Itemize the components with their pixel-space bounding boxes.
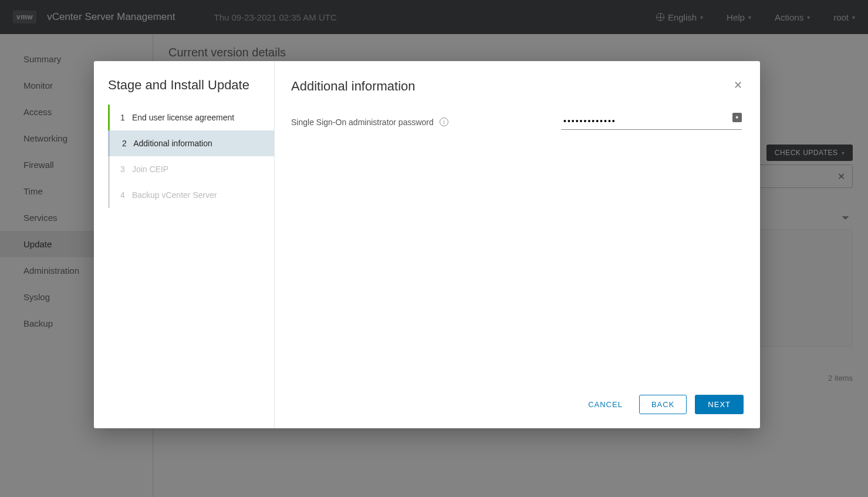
wizard-footer: CANCEL BACK NEXT — [291, 395, 744, 414]
step-number: 2 — [122, 139, 131, 148]
panel-header: Additional information ✕ — [291, 79, 744, 94]
stage-install-modal: Stage and Install Update 1 End user lice… — [94, 61, 760, 428]
password-input-wrap: ✦ — [561, 114, 742, 130]
wizard-step-join-ceip: 3 Join CEIP — [110, 156, 274, 182]
cancel-button[interactable]: CANCEL — [580, 395, 631, 414]
back-button[interactable]: BACK — [639, 395, 687, 414]
step-label: Backup vCenter Server — [132, 190, 217, 200]
field-label-text: Single Sign-On administrator password — [291, 117, 434, 127]
step-label: End user license agreement — [132, 113, 234, 122]
next-button[interactable]: NEXT — [695, 395, 744, 414]
close-icon[interactable]: ✕ — [732, 79, 744, 92]
wizard-steps: 1 End user license agreement 2 Additiona… — [108, 105, 274, 208]
wizard-title: Stage and Install Update — [94, 78, 274, 105]
password-manager-icon[interactable]: ✦ — [732, 113, 742, 122]
step-label: Additional information — [133, 139, 212, 148]
wizard-panel: Additional information ✕ Single Sign-On … — [275, 61, 760, 428]
info-icon[interactable]: i — [440, 117, 448, 126]
sso-password-input[interactable] — [561, 114, 742, 130]
sso-password-row: Single Sign-On administrator password i … — [291, 114, 744, 130]
step-number: 1 — [120, 113, 130, 122]
wizard-step-eula[interactable]: 1 End user license agreement — [110, 105, 274, 130]
panel-title: Additional information — [291, 79, 416, 94]
sso-password-label: Single Sign-On administrator password i — [291, 117, 561, 127]
step-number: 4 — [120, 190, 130, 200]
wizard-step-backup: 4 Backup vCenter Server — [110, 182, 274, 208]
step-label: Join CEIP — [132, 164, 168, 174]
wizard-nav: Stage and Install Update 1 End user lice… — [94, 61, 275, 428]
step-number: 3 — [120, 164, 130, 174]
wizard-step-additional-info[interactable]: 2 Additional information — [108, 130, 274, 156]
